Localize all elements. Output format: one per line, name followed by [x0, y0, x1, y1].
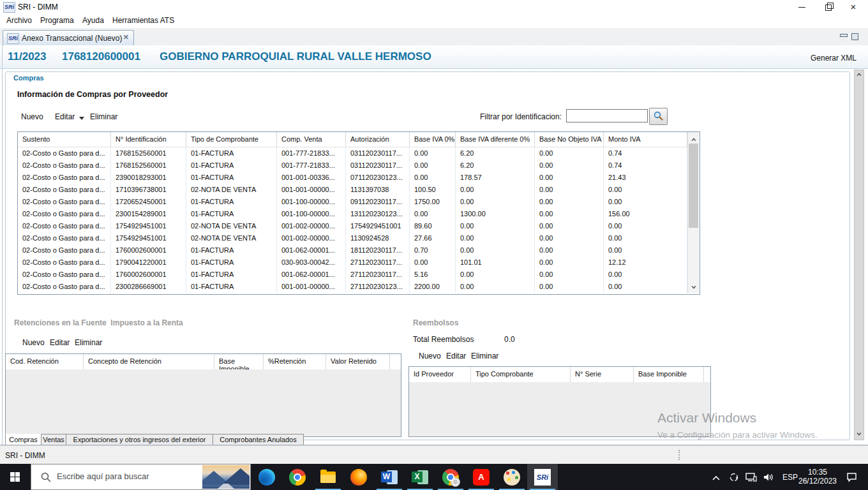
table-cell: 0.00: [604, 244, 687, 256]
table-row[interactable]: 02-Costo o Gasto para d...23900182930010…: [18, 172, 700, 184]
table-row[interactable]: 02-Costo o Gasto para d...17600026000010…: [18, 244, 700, 256]
column-header[interactable]: Monto IVA: [604, 132, 687, 147]
taskbar-word[interactable]: W: [374, 464, 405, 490]
word-icon: W: [381, 469, 398, 486]
column-header[interactable]: Tipo de Comprobante: [186, 132, 277, 147]
table-cell: 0.00: [535, 208, 604, 220]
minimize-button[interactable]: [791, 0, 813, 14]
reembolsos-editar-button[interactable]: Editar: [446, 352, 466, 360]
taskbar-firefox[interactable]: [343, 464, 374, 490]
column-header[interactable]: Comp. Venta: [277, 132, 346, 147]
column-header[interactable]: Id Proveedor: [409, 367, 471, 382]
bottom-tab-compras[interactable]: Compras: [5, 434, 41, 445]
tab-anexo-transaccional[interactable]: SRi Anexo Transaccional (Nuevo) ✕: [3, 30, 134, 46]
table-row[interactable]: 02-Costo o Gasto para d...17681525600010…: [18, 160, 700, 172]
tray-chevron-icon[interactable]: [712, 473, 721, 490]
taskbar-chrome[interactable]: [282, 464, 313, 490]
bottom-tab-exportaciones[interactable]: Exportaciones y otros ingresos del exter…: [66, 434, 213, 445]
table-cell: 101.01: [456, 256, 535, 269]
retenciones-nuevo-button[interactable]: Nuevo: [22, 338, 45, 347]
menu-herramientas-ats[interactable]: Herramientas ATS: [112, 16, 174, 25]
filter-input[interactable]: [566, 109, 648, 122]
news-widget-image[interactable]: [202, 465, 250, 489]
compras-editar-button[interactable]: Editar: [55, 112, 75, 121]
reembolsos-table[interactable]: Id ProveedorTipo ComprobanteN° SerieBase…: [408, 366, 711, 437]
editar-dropdown-icon[interactable]: [79, 117, 84, 120]
tray-volume-icon[interactable]: [763, 472, 775, 490]
content-scrollbar[interactable]: [854, 70, 864, 440]
table-cell: 02-Costo o Gasto para d...: [18, 220, 111, 232]
filter-label: Filtrar por Identificacion:: [480, 112, 562, 121]
panel-minimize-icon[interactable]: [840, 34, 848, 37]
column-header[interactable]: %Retención: [264, 354, 326, 369]
tray-clock[interactable]: 10:35 26/12/2023: [797, 468, 839, 486]
table-cell: 2390018293001: [111, 172, 186, 184]
retenciones-table[interactable]: Cod. RetenciónConcepto de RetenciónBase …: [5, 353, 401, 437]
table-body: 02-Costo o Gasto para d...17681525600010…: [18, 147, 700, 293]
taskbar-acrobat[interactable]: A: [466, 464, 497, 490]
start-button[interactable]: [0, 464, 31, 490]
table-row[interactable]: 02-Costo o Gasto para d...17549294510010…: [18, 232, 700, 244]
menu-archivo[interactable]: Archivo: [6, 16, 32, 25]
table-row[interactable]: 02-Costo o Gasto para d...17103967380010…: [18, 184, 700, 196]
column-header[interactable]: Cod. Retención: [6, 354, 84, 369]
compras-eliminar-button[interactable]: Eliminar: [90, 112, 117, 121]
compras-table[interactable]: SustentoN° IdentificaciónTipo de Comprob…: [17, 131, 700, 295]
tray-network-icon[interactable]: [745, 472, 757, 490]
generar-xml-button[interactable]: Generar XML: [811, 54, 857, 63]
scroll-up-icon[interactable]: [688, 133, 699, 144]
menu-programa[interactable]: Programa: [40, 16, 74, 25]
taskbar-chrome-profile[interactable]: ☺: [435, 464, 466, 490]
column-header[interactable]: Base Imponible: [634, 367, 704, 382]
taskbar-file-explorer[interactable]: [313, 464, 343, 490]
scroll-down-icon[interactable]: [688, 281, 699, 292]
table-cell: 1710396738001: [111, 184, 186, 196]
column-header[interactable]: Valor Retenido: [326, 354, 390, 369]
column-header[interactable]: Sustento: [18, 132, 111, 147]
column-header[interactable]: Autorización: [346, 132, 410, 147]
column-header[interactable]: N° Serie: [571, 367, 634, 382]
table-row[interactable]: 02-Costo o Gasto para d...17681525600010…: [18, 147, 700, 160]
column-header[interactable]: N° Identificación: [111, 132, 186, 147]
search-button[interactable]: [649, 108, 668, 125]
reembolsos-eliminar-button[interactable]: Eliminar: [471, 352, 498, 360]
tray-update-icon[interactable]: [729, 472, 739, 490]
action-center-icon[interactable]: [846, 472, 858, 490]
maximize-button[interactable]: [817, 0, 839, 14]
taskbar-excel[interactable]: X: [405, 464, 435, 490]
compras-table-scrollbar[interactable]: [687, 132, 699, 293]
bottom-tab-comprobantes-anulados[interactable]: Comprobantes Anulados: [213, 434, 304, 445]
table-header-row: SustentoN° IdentificaciónTipo de Comprob…: [18, 132, 700, 147]
bottom-tab-ventas[interactable]: Ventas: [41, 434, 66, 445]
column-header[interactable]: Base IVA 0%: [410, 132, 456, 147]
column-header[interactable]: Tipo Comprobante: [471, 367, 571, 382]
tray-language[interactable]: ESP: [782, 473, 798, 490]
tab-close-icon[interactable]: ✕: [123, 33, 129, 41]
table-row[interactable]: 02-Costo o Gasto para d...17900412200010…: [18, 256, 700, 269]
table-row[interactable]: 02-Costo o Gasto para d...17206524500010…: [18, 196, 700, 208]
column-header[interactable]: Concepto de Retención: [84, 354, 214, 369]
taskbar-sri-dimm[interactable]: SRi: [527, 464, 558, 490]
table-cell: 001-062-00001...: [277, 244, 346, 256]
reembolsos-nuevo-button[interactable]: Nuevo: [419, 352, 441, 360]
retenciones-eliminar-button[interactable]: Eliminar: [75, 338, 102, 347]
scroll-thumb[interactable]: [689, 144, 698, 228]
menu-ayuda[interactable]: Ayuda: [82, 16, 104, 25]
retenciones-editar-button[interactable]: Editar: [50, 338, 70, 347]
column-header[interactable]: Base Imponible: [214, 354, 264, 369]
panel-maximize-icon[interactable]: [851, 33, 858, 40]
table-cell: 0.00: [535, 269, 604, 281]
column-header[interactable]: Base No Objeto IVA: [535, 132, 604, 147]
close-button[interactable]: ×: [842, 0, 864, 14]
compras-nuevo-button[interactable]: Nuevo: [21, 112, 43, 121]
table-cell: 001-002-00000...: [277, 220, 346, 232]
table-row[interactable]: 02-Costo o Gasto para d...23001542890010…: [18, 208, 700, 220]
table-cell: 1131397038: [346, 184, 410, 196]
table-row[interactable]: 02-Costo o Gasto para d...17549294510010…: [18, 220, 700, 232]
taskbar-search[interactable]: Escribe aquí para buscar: [31, 464, 251, 490]
table-row[interactable]: 02-Costo o Gasto para d...17600026000010…: [18, 269, 700, 281]
taskbar-edge[interactable]: [251, 464, 282, 490]
table-row[interactable]: 02-Costo o Gasto para d...23002866690010…: [18, 281, 700, 293]
taskbar-paint[interactable]: [497, 464, 527, 490]
column-header[interactable]: Base IVA diferente 0%: [456, 132, 535, 147]
